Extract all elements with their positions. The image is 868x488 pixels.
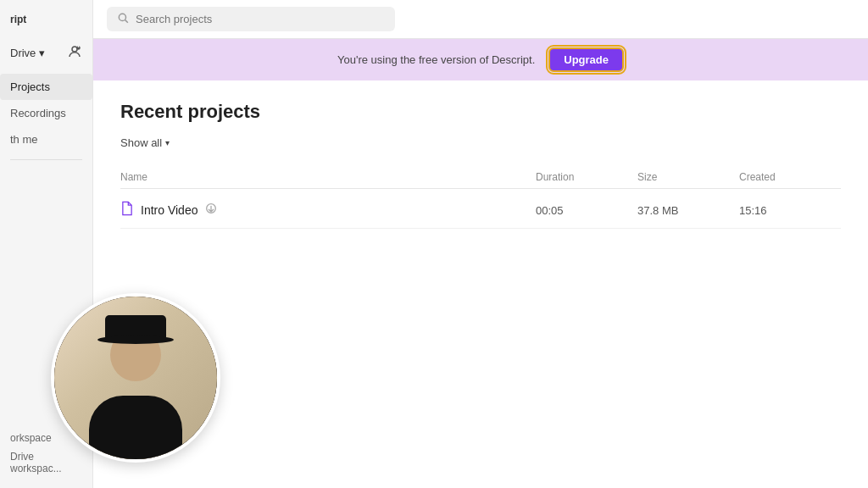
col-name: Name [120,171,536,183]
svg-point-0 [72,47,77,52]
search-icon [117,12,129,26]
created-value: 15:16 [739,204,841,217]
sidebar-drive[interactable]: Drive ▾ [0,39,92,67]
download-icon[interactable] [204,202,218,219]
sidebar-divider [10,159,82,160]
section-title: Recent projects [120,101,841,123]
user-icon[interactable] [67,44,82,62]
upgrade-banner: You're using the free version of Descrip… [93,39,868,80]
search-input[interactable] [136,13,385,25]
sidebar-item-projects[interactable]: Projects [0,74,92,100]
sidebar-item-with-me[interactable]: th me [0,126,92,152]
file-icon [120,201,134,219]
sidebar-nav: Projects Recordings th me [0,74,92,152]
search-box[interactable] [107,7,395,31]
table-header: Name Duration Size Created [120,166,841,189]
upgrade-button[interactable]: Upgrade [548,47,624,72]
size-value: 37.8 MB [637,204,739,217]
duration-value: 00:05 [536,204,637,217]
col-size: Size [637,171,739,183]
file-name-cell: Intro Video [120,201,536,219]
top-bar [93,0,868,39]
file-name: Intro Video [141,203,198,217]
col-duration: Duration [536,171,637,183]
show-all-chevron-icon: ▾ [165,138,170,147]
sidebar-item-recordings[interactable]: Recordings [0,100,92,126]
drive-chevron-icon: ▾ [39,47,45,59]
svg-point-4 [119,14,125,20]
show-all-button[interactable]: Show all ▾ [120,136,170,149]
app-logo: ript [0,7,92,39]
video-avatar [51,293,220,463]
show-all-label: Show all [120,136,162,149]
col-created: Created [739,171,841,183]
table-row[interactable]: Intro Video 00:05 37.8 MB 15:16 [120,192,841,229]
drive-label: Drive [10,47,36,59]
svg-line-5 [125,20,128,23]
video-preview [54,297,217,459]
banner-text: You're using the free version of Descrip… [337,53,535,66]
